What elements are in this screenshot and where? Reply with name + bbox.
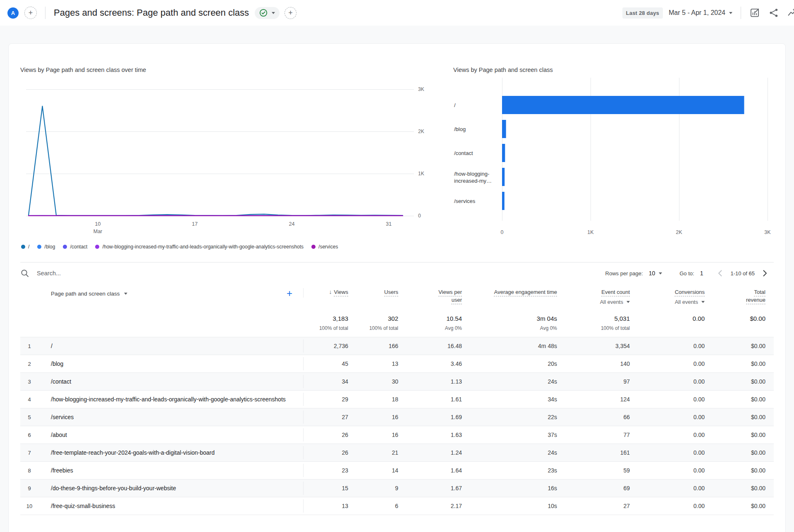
row-number: 1: [20, 343, 38, 349]
metric-cell-views: 29: [304, 396, 348, 403]
metric-cell-vpu: 1.69: [398, 414, 462, 420]
y-axis-tick: 0: [418, 213, 421, 219]
row-number: 3: [20, 379, 38, 385]
date-range-preset: Last 28 days: [622, 7, 663, 19]
metric-cell-aet: 24s: [462, 449, 557, 456]
metric-cell-users: 18: [348, 396, 398, 403]
add-dimension-button[interactable]: +: [287, 289, 292, 298]
goto-page-input[interactable]: 1: [700, 270, 703, 277]
legend-label: /services: [318, 244, 338, 250]
metric-cell-users: 21: [348, 449, 398, 456]
column-header-avg-engagement-time[interactable]: Average engagement time: [462, 288, 557, 296]
chevron-down-icon[interactable]: [659, 272, 662, 274]
event-count-filter[interactable]: All events: [557, 298, 630, 306]
chevron-down-icon: [729, 12, 732, 14]
dimension-header[interactable]: Page path and screen class: [51, 291, 120, 297]
search-input[interactable]: [36, 270, 170, 277]
metric-cell-aet: 34s: [462, 396, 557, 403]
metric-cell-conversions: 0.00: [630, 378, 705, 385]
metric-cell-users: 16: [348, 432, 398, 438]
metric-cell-users: 6: [348, 503, 398, 509]
date-range-selector[interactable]: Mar 5 - Apr 1, 2024: [669, 9, 732, 17]
table-row: 7/free-template-reach-your-2024-goals-wi…: [20, 444, 774, 462]
chevron-down-icon: [272, 12, 275, 14]
app-header: A + Pages and screens: Page path and scr…: [0, 0, 794, 26]
metric-cell-events: 27: [557, 503, 630, 509]
page-path-cell: /free-template-reach-your-2024-goals-wit…: [38, 446, 304, 459]
metric-cell-revenue: $0.00: [705, 343, 765, 349]
add-comparison-button[interactable]: +: [24, 7, 37, 19]
legend-label: /: [28, 244, 29, 250]
total-event-count: 5,031: [557, 315, 630, 322]
x-axis-tick: 2K: [676, 229, 682, 235]
x-axis-tick: 0: [501, 229, 504, 235]
metric-cell-events: 140: [557, 360, 630, 367]
row-number: 9: [20, 485, 38, 491]
date-range-value: Mar 5 - Apr 1, 2024: [669, 9, 725, 17]
total-avg-engagement-time: 3m 04s: [462, 315, 557, 322]
metric-cell-conversions: 0.00: [630, 396, 705, 403]
metric-cell-users: 166: [348, 343, 398, 349]
metric-cell-vpu: 3.46: [398, 360, 462, 367]
rows-per-page-label: Rows per page:: [605, 270, 643, 277]
metric-cell-vpu: 2.17: [398, 503, 462, 509]
line-chart-title: Views by Page path and screen class over…: [20, 67, 438, 73]
metric-cell-revenue: $0.00: [705, 360, 765, 367]
bar: [502, 192, 505, 210]
chart-legend: //blog/contact/how-blogging-increased-my…: [21, 244, 338, 250]
column-header-views-per-user[interactable]: Views per user: [398, 288, 462, 304]
metric-cell-conversions: 0.00: [630, 432, 705, 438]
x-axis-tick-month: Mar: [93, 229, 103, 234]
column-header-event-count[interactable]: Event count All events: [557, 288, 630, 306]
bar: [502, 168, 505, 186]
share-icon[interactable]: [768, 7, 779, 18]
bar-chart: 01K2K3K//blog/contact/how-blogging-incre…: [453, 75, 783, 241]
metric-cell-events: 161: [557, 449, 630, 456]
metric-cell-conversions: 0.00: [630, 467, 705, 474]
metric-cell-conversions: 0.00: [630, 360, 705, 367]
table-row: 5/services27161.6922s660.00$0.00: [20, 408, 774, 426]
add-report-tab-button[interactable]: +: [285, 7, 297, 19]
y-axis-tick: 3K: [418, 86, 424, 92]
header-divider: [45, 7, 45, 19]
insights-icon[interactable]: [787, 7, 794, 18]
chevron-down-icon[interactable]: [124, 293, 127, 295]
metric-cell-vpu: 1.63: [398, 432, 462, 438]
metric-cell-vpu: 1.61: [398, 396, 462, 403]
metric-cell-revenue: $0.00: [705, 378, 765, 385]
table-row: 3/contact34301.1324s970.00$0.00: [20, 373, 774, 391]
metric-cell-vpu: 1.67: [398, 485, 462, 491]
legend-dot: [21, 245, 25, 249]
avatar[interactable]: A: [7, 7, 19, 19]
line-series: [29, 106, 403, 216]
conversions-filter[interactable]: All events: [630, 298, 705, 306]
column-header-total-revenue[interactable]: Total revenue: [705, 288, 765, 304]
next-page-icon[interactable]: [760, 268, 770, 278]
metric-cell-users: 16: [348, 414, 398, 420]
metric-cell-users: 14: [348, 467, 398, 474]
metric-cell-aet: 24s: [462, 378, 557, 385]
column-header-users[interactable]: Users: [348, 288, 398, 296]
page-path-cell: /blog: [38, 357, 304, 370]
metric-cell-aet: 10s: [462, 503, 557, 509]
column-header-conversions[interactable]: Conversions All events: [630, 288, 705, 306]
rows-per-page-value[interactable]: 10: [649, 270, 655, 277]
metric-cell-views: 13: [304, 503, 348, 509]
metric-cell-views: 26: [304, 432, 348, 438]
legend-dot: [37, 245, 41, 249]
metric-cell-conversions: 0.00: [630, 449, 705, 456]
customize-report-icon[interactable]: [749, 7, 760, 18]
metric-cell-views: 45: [304, 360, 348, 367]
page-title: Pages and screens: Page path and screen …: [54, 7, 249, 18]
previous-page-icon[interactable]: [715, 268, 725, 278]
metric-cell-revenue: $0.00: [705, 396, 765, 403]
metric-cell-views: 2,736: [304, 343, 348, 349]
metric-cell-events: 59: [557, 467, 630, 474]
metric-cell-conversions: 0.00: [630, 485, 705, 491]
report-status-badge[interactable]: [255, 7, 280, 19]
column-header-views[interactable]: ↓Views: [304, 288, 348, 296]
page-path-cell: /free-quiz-small-business: [38, 499, 304, 513]
metric-cell-views: 26: [304, 449, 348, 456]
metric-cell-aet: 16s: [462, 485, 557, 491]
total-users: 302: [348, 315, 398, 322]
